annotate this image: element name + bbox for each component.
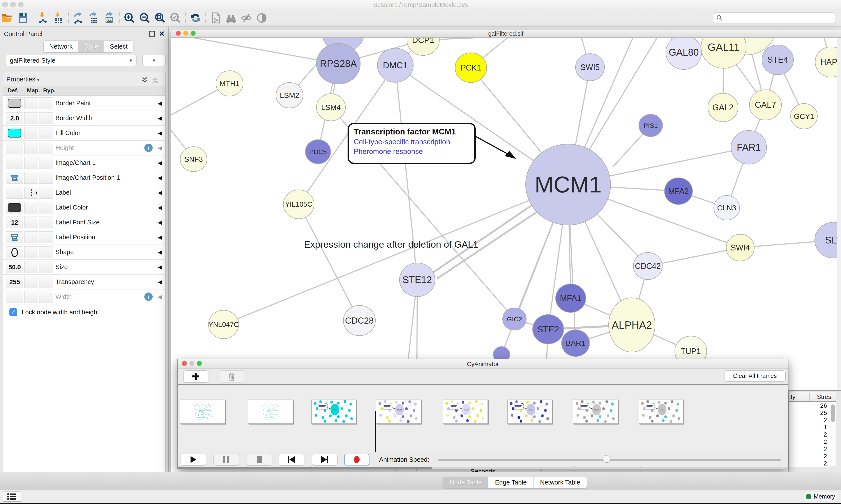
style-options-button[interactable]: ▾ — [142, 55, 165, 66]
table-cell[interactable]: 2 — [789, 438, 830, 446]
default-value-cell[interactable] — [6, 291, 23, 303]
play-button[interactable] — [181, 454, 206, 466]
add-frame-button[interactable] — [183, 371, 208, 382]
bypass-cell[interactable] — [39, 142, 53, 154]
mapping-cell[interactable] — [24, 231, 38, 243]
info-icon[interactable]: i — [144, 144, 153, 152]
export-table-icon[interactable] — [88, 12, 100, 24]
bypass-cell[interactable] — [39, 157, 53, 169]
mapping-cell[interactable] — [24, 97, 38, 109]
network-edge[interactable] — [193, 38, 338, 64]
network-document-icon[interactable] — [210, 12, 222, 24]
bypass-cell[interactable] — [39, 187, 53, 199]
property-row-transparency[interactable]: 255Transparency◀ — [3, 274, 165, 289]
property-row-label[interactable]: ⋮›Label◀ — [3, 185, 165, 200]
default-value-cell[interactable] — [6, 231, 23, 243]
import-network-icon[interactable] — [37, 12, 49, 24]
property-row-width[interactable]: Widthi◀ — [3, 289, 165, 304]
speed-slider-knob[interactable] — [603, 455, 610, 463]
property-row-shape[interactable]: Shape◀ — [3, 245, 165, 260]
expand-all-icon[interactable] — [141, 76, 149, 84]
expand-row-icon[interactable]: ◀ — [158, 264, 162, 270]
bypass-cell[interactable] — [39, 172, 53, 184]
go-to-start-button[interactable] — [279, 454, 304, 466]
search-box[interactable] — [713, 13, 835, 23]
expand-row-icon[interactable]: ◀ — [158, 234, 162, 240]
default-value-cell[interactable] — [6, 172, 23, 184]
default-value-cell[interactable]: 2.0 — [6, 112, 23, 124]
mapping-cell[interactable] — [24, 127, 38, 139]
network-edge[interactable] — [433, 204, 533, 272]
default-value-cell[interactable]: 255 — [6, 276, 23, 288]
mapping-cell[interactable] — [24, 157, 38, 169]
save-icon[interactable] — [17, 12, 29, 24]
memory-button[interactable]: Memory — [804, 492, 837, 501]
tab-network[interactable]: Network — [43, 41, 78, 52]
cyanimator-titlebar[interactable]: CyAnimator — [178, 359, 788, 368]
default-value-cell[interactable] — [6, 127, 23, 139]
tab-select[interactable]: Select — [104, 41, 133, 52]
bypass-cell[interactable] — [39, 217, 53, 228]
mapping-cell[interactable] — [24, 291, 38, 303]
bypass-cell[interactable] — [39, 291, 53, 303]
delete-frame-button[interactable] — [219, 371, 244, 382]
bypass-cell[interactable] — [39, 202, 53, 214]
zoom-out-icon[interactable] — [139, 12, 151, 24]
open-folder-icon[interactable] — [2, 12, 14, 24]
import-table-icon[interactable] — [52, 12, 65, 24]
task-history-button[interactable] — [3, 491, 21, 502]
default-value-cell[interactable] — [6, 246, 23, 258]
pause-button[interactable] — [214, 454, 239, 466]
default-value-cell[interactable] — [6, 202, 23, 214]
cyanimator-timeline[interactable]: 0123456789 MCMMCMMCMMCMMCMMCM Seconds — [178, 385, 788, 452]
frame-thumbnail-7[interactable]: MCM — [639, 399, 683, 424]
checkbox-checked-icon[interactable]: ✓ — [10, 308, 17, 316]
hide-graphics-icon[interactable] — [240, 12, 252, 24]
table-scrollbar[interactable] — [830, 402, 836, 466]
property-row-border-width[interactable]: 2.0Border Width◀ — [3, 111, 165, 126]
frame-thumbnail-5[interactable]: MCM — [507, 399, 552, 424]
expand-row-icon[interactable]: ◀ — [158, 130, 162, 136]
default-value-cell[interactable]: 50.0 — [6, 261, 23, 273]
expand-row-icon[interactable]: ◀ — [158, 145, 162, 151]
bypass-cell[interactable] — [39, 97, 53, 109]
close-panel-icon[interactable]: ✕ — [159, 30, 165, 38]
mapping-cell[interactable] — [24, 202, 38, 214]
timeline-scrollbar[interactable] — [178, 467, 788, 469]
zoom-selected-icon[interactable] — [169, 12, 182, 24]
tab-edge-table[interactable]: Edge Table — [488, 477, 534, 488]
property-row-label-font-size[interactable]: 12Label Font Size◀ — [3, 215, 165, 230]
network-edge[interactable] — [299, 204, 359, 321]
table-cell[interactable]: 2 — [789, 431, 830, 438]
export-network-icon[interactable] — [72, 12, 85, 24]
property-row-border-paint[interactable]: Border Paint◀ — [3, 96, 165, 111]
frame-thumbnail-6[interactable]: MCM — [573, 399, 618, 424]
mapping-cell[interactable] — [24, 261, 38, 273]
default-value-cell[interactable] — [6, 187, 23, 199]
properties-header[interactable]: Properties ▾ — [6, 76, 39, 83]
expand-row-icon[interactable]: ◀ — [158, 294, 162, 300]
mapping-cell[interactable] — [24, 246, 38, 258]
expand-row-icon[interactable]: ◀ — [158, 279, 162, 285]
network-scrollbar[interactable] — [837, 38, 841, 398]
scrollbar-thumb[interactable] — [178, 467, 432, 469]
table-cell[interactable]: 2 — [789, 460, 830, 467]
network-edge[interactable] — [223, 184, 568, 324]
bypass-cell[interactable] — [39, 246, 53, 258]
mapping-cell[interactable] — [24, 112, 38, 124]
go-to-end-button[interactable] — [312, 454, 338, 466]
default-value-cell[interactable] — [6, 157, 23, 169]
network-window-titlebar[interactable]: galFiltered.sif — [171, 30, 841, 38]
zoom-fit-icon[interactable] — [154, 12, 166, 24]
mapping-cell[interactable]: ⋮› — [24, 187, 38, 199]
annotation-link-1[interactable]: Cell-type-specific transcription — [354, 138, 473, 146]
mapping-cell[interactable] — [24, 276, 38, 288]
property-row-label-position[interactable]: Label Position◀ — [3, 230, 165, 245]
expand-row-icon[interactable]: ◀ — [158, 115, 162, 121]
property-row-image-chart-1[interactable]: Image/Chart 1◀ — [3, 156, 165, 170]
mapping-cell[interactable] — [24, 142, 38, 154]
property-row-image-chart-position-1[interactable]: Image/Chart Position 1◀ — [3, 170, 165, 185]
table-cell[interactable]: 2 — [789, 446, 830, 453]
annotation-box[interactable]: Transcription factor MCM1 Cell-type-spec… — [347, 123, 476, 164]
scrollbar-thumb[interactable] — [831, 404, 835, 422]
